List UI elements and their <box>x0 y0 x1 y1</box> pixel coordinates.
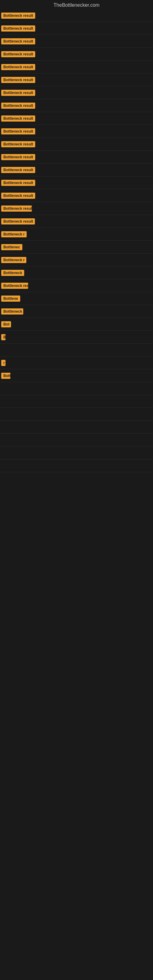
bottleneck-badge: Bottleneck result <box>1 25 35 32</box>
bottleneck-row: Bottleneck result <box>0 112 153 125</box>
bottleneck-row: B <box>0 331 153 344</box>
bottleneck-row: r <box>0 356 153 369</box>
bottleneck-badge: Bottleneck <box>1 270 24 276</box>
bottleneck-badge: Bottleneck result <box>1 115 35 122</box>
bottleneck-badge: Bottleneck result <box>1 154 35 160</box>
bottleneck-row: Bottleneck result <box>0 22 153 35</box>
bottleneck-badge: Bottleneck result <box>1 51 35 57</box>
bottleneck-row: Bottleneck result <box>0 138 153 151</box>
bottleneck-row: Bottleneck result <box>0 151 153 164</box>
bottleneck-badge: Bottlenec <box>1 244 22 250</box>
bottleneck-row <box>0 344 153 356</box>
bottleneck-row: Bottleneck r <box>0 254 153 266</box>
bottleneck-row: Bottleneck <box>0 266 153 279</box>
bottleneck-badge: Bott <box>1 373 10 379</box>
bottleneck-badge: Bottleneck result <box>1 218 35 224</box>
bottleneck-row <box>0 382 153 395</box>
bottleneck-row: Bottleneck r <box>0 228 153 241</box>
bottleneck-row <box>0 434 153 447</box>
bottleneck-badge: Bottleneck result <box>1 77 35 83</box>
bottleneck-row: Bottleneck result <box>0 215 153 228</box>
bottleneck-badge: Bottleneck result <box>1 167 35 173</box>
bottleneck-row: Bottleneck result <box>0 189 153 202</box>
site-title: TheBottlenecker.com <box>0 0 153 9</box>
bottleneck-row: Bottleneck result <box>0 125 153 138</box>
bottleneck-row: Bottleneck result <box>0 177 153 189</box>
site-title-container: TheBottlenecker.com <box>0 0 153 9</box>
bottleneck-row: Bottleneck result <box>0 60 153 73</box>
bottleneck-row: Bottlene <box>0 292 153 305</box>
bottleneck-badge: Bottleneck r <box>1 257 26 263</box>
bottleneck-badge: Bottleneck result <box>1 128 35 134</box>
bottleneck-badge: Bottleneck result <box>1 38 35 45</box>
bottleneck-row: Bottleneck <box>0 305 153 318</box>
bottleneck-badge: Bottleneck result <box>1 141 35 147</box>
bottleneck-badge: Bottlene <box>1 296 20 302</box>
bottleneck-row <box>0 421 153 434</box>
bottleneck-badge: B <box>1 334 5 340</box>
bottleneck-badge: Bot <box>1 321 11 328</box>
items-container: Bottleneck resultBottleneck resultBottle… <box>0 9 153 472</box>
bottleneck-row: Bottleneck result <box>0 73 153 86</box>
bottleneck-badge: Bottleneck result <box>1 180 35 186</box>
bottleneck-row: Bottleneck result <box>0 35 153 48</box>
bottleneck-row: Bottleneck result <box>0 202 153 215</box>
bottleneck-row <box>0 460 153 472</box>
bottleneck-badge: Bottleneck result <box>1 103 35 109</box>
bottleneck-badge: Bottleneck <box>1 309 23 315</box>
bottleneck-badge: Bottleneck result <box>1 64 35 70</box>
bottleneck-badge: Bottleneck r <box>1 231 27 237</box>
bottleneck-row: Bottleneck result <box>0 99 153 112</box>
bottleneck-badge: Bottleneck res <box>1 283 28 289</box>
bottleneck-badge: Bottleneck result <box>1 90 35 96</box>
bottleneck-row: Bott <box>0 369 153 382</box>
bottleneck-badge: r <box>1 360 5 366</box>
bottleneck-row: Bottlenec <box>0 241 153 254</box>
bottleneck-badge: Bottleneck result <box>1 192 35 199</box>
bottleneck-row: Bottleneck result <box>0 164 153 177</box>
bottleneck-row <box>0 408 153 421</box>
bottleneck-row: Bottleneck result <box>0 48 153 60</box>
bottleneck-row <box>0 447 153 460</box>
bottleneck-row: Bottleneck result <box>0 9 153 22</box>
bottleneck-row <box>0 395 153 408</box>
bottleneck-row: Bot <box>0 318 153 331</box>
bottleneck-row: Bottleneck result <box>0 86 153 99</box>
bottleneck-badge: Bottleneck result <box>1 205 32 212</box>
bottleneck-badge: Bottleneck result <box>1 13 35 19</box>
bottleneck-row: Bottleneck res <box>0 279 153 292</box>
